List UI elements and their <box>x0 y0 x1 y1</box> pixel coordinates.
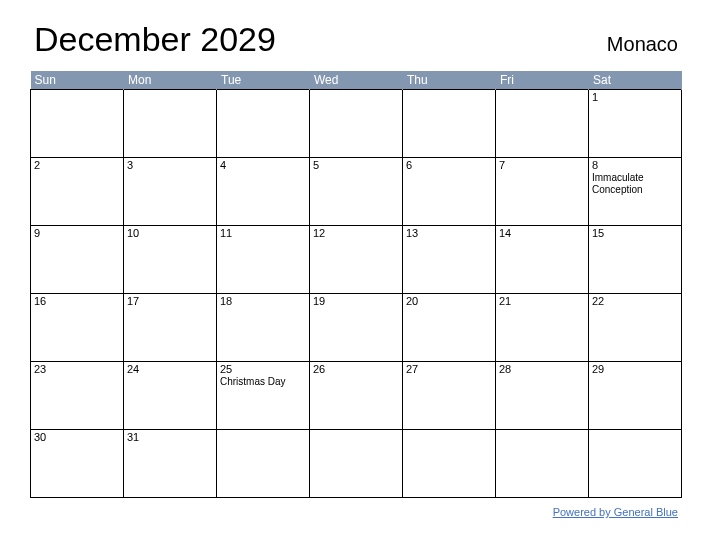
day-number: 4 <box>220 159 306 171</box>
day-number: 21 <box>499 295 585 307</box>
day-number: 23 <box>34 363 120 375</box>
weekday-sat: Sat <box>589 71 682 90</box>
day-cell: 8Immaculate Conception <box>589 158 682 226</box>
day-cell: 28 <box>496 362 589 430</box>
week-row: 23 24 25Christmas Day 26 27 28 29 <box>31 362 682 430</box>
day-cell: 14 <box>496 226 589 294</box>
day-cell: 27 <box>403 362 496 430</box>
day-number: 14 <box>499 227 585 239</box>
day-event: Christmas Day <box>220 376 306 388</box>
day-cell: 21 <box>496 294 589 362</box>
day-number: 2 <box>34 159 120 171</box>
footer: Powered by General Blue <box>30 502 682 520</box>
day-cell <box>496 90 589 158</box>
day-cell: 10 <box>124 226 217 294</box>
day-number: 15 <box>592 227 678 239</box>
week-row: 30 31 <box>31 430 682 498</box>
region-label: Monaco <box>607 33 678 56</box>
day-cell: 1 <box>589 90 682 158</box>
week-row: 2 3 4 5 6 7 8Immaculate Conception <box>31 158 682 226</box>
day-cell: 3 <box>124 158 217 226</box>
day-cell: 6 <box>403 158 496 226</box>
weekday-wed: Wed <box>310 71 403 90</box>
day-cell <box>124 90 217 158</box>
day-number: 22 <box>592 295 678 307</box>
day-number: 18 <box>220 295 306 307</box>
day-number: 27 <box>406 363 492 375</box>
day-cell: 9 <box>31 226 124 294</box>
day-number: 30 <box>34 431 120 443</box>
day-cell <box>403 430 496 498</box>
weekday-tue: Tue <box>217 71 310 90</box>
calendar-body: 1 2 3 4 5 6 7 8Immaculate Conception 9 1… <box>31 90 682 498</box>
weekday-header-row: Sun Mon Tue Wed Thu Fri Sat <box>31 71 682 90</box>
day-number: 13 <box>406 227 492 239</box>
weekday-mon: Mon <box>124 71 217 90</box>
day-cell <box>403 90 496 158</box>
day-cell <box>217 90 310 158</box>
day-cell: 31 <box>124 430 217 498</box>
day-number: 7 <box>499 159 585 171</box>
day-number: 10 <box>127 227 213 239</box>
day-cell <box>310 430 403 498</box>
day-number: 1 <box>592 91 678 103</box>
day-cell: 22 <box>589 294 682 362</box>
weekday-fri: Fri <box>496 71 589 90</box>
day-cell: 30 <box>31 430 124 498</box>
day-cell: 17 <box>124 294 217 362</box>
day-cell: 16 <box>31 294 124 362</box>
day-cell: 7 <box>496 158 589 226</box>
week-row: 9 10 11 12 13 14 15 <box>31 226 682 294</box>
day-number: 17 <box>127 295 213 307</box>
day-cell <box>217 430 310 498</box>
week-row: 16 17 18 19 20 21 22 <box>31 294 682 362</box>
day-number: 16 <box>34 295 120 307</box>
day-cell: 15 <box>589 226 682 294</box>
day-cell: 4 <box>217 158 310 226</box>
weekday-thu: Thu <box>403 71 496 90</box>
day-number: 8 <box>592 159 678 171</box>
weekday-sun: Sun <box>31 71 124 90</box>
month-year-title: December 2029 <box>34 20 276 59</box>
day-cell: 5 <box>310 158 403 226</box>
day-number: 11 <box>220 227 306 239</box>
day-number: 9 <box>34 227 120 239</box>
day-cell <box>31 90 124 158</box>
day-cell: 23 <box>31 362 124 430</box>
week-row: 1 <box>31 90 682 158</box>
day-number: 25 <box>220 363 306 375</box>
powered-by-link[interactable]: Powered by General Blue <box>553 506 678 518</box>
day-cell: 18 <box>217 294 310 362</box>
day-number: 6 <box>406 159 492 171</box>
day-number: 20 <box>406 295 492 307</box>
day-number: 19 <box>313 295 399 307</box>
calendar-header: December 2029 Monaco <box>30 20 682 59</box>
day-number: 3 <box>127 159 213 171</box>
day-number: 24 <box>127 363 213 375</box>
calendar-grid: Sun Mon Tue Wed Thu Fri Sat 1 2 3 4 5 6 … <box>30 71 682 498</box>
day-cell <box>310 90 403 158</box>
day-number: 26 <box>313 363 399 375</box>
day-number: 31 <box>127 431 213 443</box>
day-cell: 13 <box>403 226 496 294</box>
day-number: 28 <box>499 363 585 375</box>
day-cell: 29 <box>589 362 682 430</box>
day-cell: 25Christmas Day <box>217 362 310 430</box>
day-cell: 19 <box>310 294 403 362</box>
day-cell <box>589 430 682 498</box>
day-cell: 2 <box>31 158 124 226</box>
day-cell: 26 <box>310 362 403 430</box>
day-cell: 20 <box>403 294 496 362</box>
day-event: Immaculate Conception <box>592 172 678 196</box>
day-cell: 24 <box>124 362 217 430</box>
day-cell: 11 <box>217 226 310 294</box>
day-number: 5 <box>313 159 399 171</box>
day-number: 29 <box>592 363 678 375</box>
day-number: 12 <box>313 227 399 239</box>
day-cell <box>496 430 589 498</box>
day-cell: 12 <box>310 226 403 294</box>
